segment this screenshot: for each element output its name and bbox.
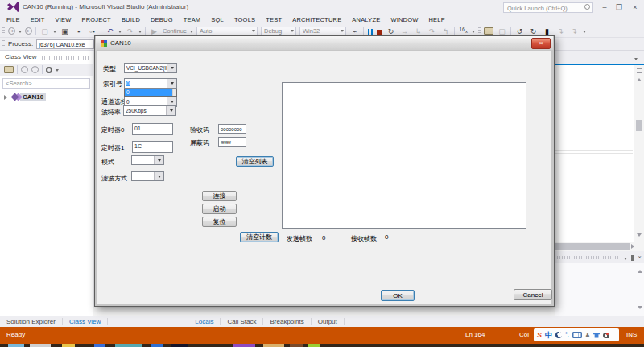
panel-drag-handle[interactable] [42, 56, 89, 60]
scroll-up-icon[interactable] [637, 76, 642, 81]
type-combobox[interactable]: VCI_USBCAN2(II+) [124, 63, 177, 73]
continue-button[interactable]: Continue [163, 27, 187, 35]
tab-breakpoints[interactable]: Breakpoints [263, 318, 311, 325]
splitter-grip[interactable] [637, 68, 642, 73]
taskbar-icon[interactable] [290, 344, 303, 347]
taskbar-icon[interactable] [171, 344, 188, 347]
window-position-icon[interactable] [624, 258, 627, 262]
menu-file[interactable]: FILE [6, 16, 20, 23]
chevron-down-icon[interactable] [56, 69, 59, 73]
taskbar-icon[interactable] [151, 344, 163, 347]
index-dropdown-list[interactable]: 0 [124, 89, 177, 97]
reset-button[interactable]: 复位 [202, 217, 237, 227]
start-button[interactable]: 启动 [202, 204, 237, 214]
menu-analyze[interactable]: ANALYZE [352, 16, 380, 23]
connect-button[interactable]: 连接 [202, 191, 237, 201]
taskbar-icon[interactable] [308, 344, 320, 347]
chevron-down-icon[interactable] [167, 64, 176, 72]
punctuation-mode-icon[interactable]: °, [565, 329, 569, 341]
mask-code-input[interactable]: ffffffff [218, 137, 246, 147]
debug-configuration-combobox[interactable]: Debug [261, 27, 296, 36]
tab-solution-explorer[interactable]: Solution Explorer [0, 318, 63, 325]
horizontal-scrollbar[interactable] [555, 242, 644, 251]
tree-item-can10[interactable]: CAN10 [0, 92, 93, 102]
taskbar-icon[interactable] [233, 344, 255, 347]
chevron-down-icon[interactable] [138, 31, 142, 35]
ok-button[interactable]: OK [381, 290, 415, 301]
taskbar-icon[interactable] [94, 344, 105, 347]
scroll-right-icon[interactable] [631, 244, 637, 249]
baud-combobox[interactable]: 250Kbps [123, 105, 176, 116]
tab-locals[interactable]: Locals [188, 318, 221, 325]
restart-icon[interactable]: ↻ [386, 27, 396, 36]
panel-drag-handle[interactable] [557, 256, 620, 259]
filter-combobox[interactable] [131, 171, 164, 181]
taskbar-icon[interactable] [8, 344, 24, 347]
auto-combobox[interactable]: Auto [196, 27, 258, 36]
close-icon[interactable]: × [638, 254, 642, 261]
step-commands-icon[interactable]: ↴ [569, 27, 580, 36]
find-in-files-icon[interactable]: ▢ [497, 27, 507, 36]
menu-architecture[interactable]: ARCHITECTURE [292, 16, 341, 23]
dialog-title-bar[interactable]: CAN10 [96, 36, 553, 50]
fullwidth-mode-icon[interactable] [555, 332, 562, 338]
bottom-panel-header[interactable]: × [555, 252, 644, 263]
menu-tools[interactable]: TOOLS [234, 16, 255, 23]
new-window-icon[interactable]: ▢ [39, 27, 50, 36]
delete-breakpoints-icon[interactable]: ↻ [528, 27, 539, 36]
breakpoint-column-icon[interactable]: ▮ [542, 27, 552, 36]
back-icon[interactable] [21, 66, 28, 73]
sogou-logo-icon[interactable]: S [537, 329, 542, 341]
dropdown-scrollbar[interactable] [172, 89, 176, 96]
chevron-down-icon[interactable] [190, 31, 193, 35]
toolbar-grip[interactable] [2, 40, 5, 48]
taskbar-icon[interactable] [62, 344, 75, 347]
expand-arrow-icon[interactable] [4, 95, 10, 100]
save-all-icon[interactable]: ▫▪ [87, 27, 97, 36]
navigate-backward-icon[interactable]: ◂ [8, 27, 15, 35]
output-window-icon[interactable] [484, 27, 493, 35]
step-over-icon[interactable]: ↷ [427, 27, 437, 36]
cancel-button[interactable]: Cancel [514, 289, 552, 300]
step-commands-icon[interactable]: ↴ [555, 27, 566, 36]
chevron-down-icon[interactable] [154, 156, 163, 164]
pin-icon[interactable] [631, 255, 634, 261]
menu-test[interactable]: TEST [266, 16, 282, 23]
save-icon[interactable]: ▪ [73, 27, 84, 36]
chinese-mode-icon[interactable]: 中 [545, 329, 552, 341]
quick-launch-input[interactable]: Quick Launch (Ctrl+Q) [503, 2, 593, 13]
clear-list-button[interactable]: 清空列表 [236, 156, 274, 167]
debug-target-icon[interactable]: ⌁ [349, 27, 360, 36]
menu-project[interactable]: PROJECT [82, 16, 111, 23]
new-folder-icon[interactable] [4, 66, 14, 73]
step-out-icon[interactable]: ↰ [440, 27, 451, 36]
scroll-down-icon[interactable] [637, 233, 642, 239]
undo-icon[interactable]: ↶ [105, 27, 115, 36]
minimize-button[interactable]: – [599, 3, 610, 12]
restore-button[interactable]: ❐ [613, 3, 625, 12]
dialog-close-button[interactable]: × [531, 38, 551, 49]
platform-combobox[interactable]: Win32 [299, 27, 346, 36]
timer1-input[interactable]: 1C [132, 141, 173, 153]
scroll-up-icon[interactable] [638, 267, 642, 273]
menu-view[interactable]: VIEW [56, 16, 72, 23]
chevron-down-icon[interactable] [154, 172, 163, 180]
forward-icon[interactable] [31, 66, 39, 73]
process-combobox[interactable]: [6376] CAN10.exe [36, 39, 94, 49]
add-item-icon[interactable]: ▣ [60, 27, 70, 36]
scroll-down-icon[interactable] [638, 306, 642, 312]
menu-help[interactable]: HELP [428, 16, 444, 23]
chevron-down-icon[interactable] [166, 106, 175, 115]
tab-overflow-icon[interactable] [634, 58, 638, 62]
mode-combobox[interactable] [131, 155, 164, 165]
chevron-down-icon[interactable] [19, 31, 22, 35]
toolbox-icon[interactable] [603, 333, 609, 338]
navigate-forward-icon[interactable]: ▸ [25, 27, 32, 35]
acceptance-code-input[interactable]: 00000000 [218, 124, 246, 134]
index-combobox[interactable]: 0 [124, 78, 177, 89]
step-into-icon[interactable]: ↳ [413, 27, 423, 36]
tab-class-view[interactable]: Class View [63, 318, 108, 325]
continue-play-icon[interactable]: ▶ [149, 27, 159, 36]
toolbar-grip[interactable] [2, 27, 5, 35]
scrollbar-thumb[interactable] [636, 120, 642, 131]
